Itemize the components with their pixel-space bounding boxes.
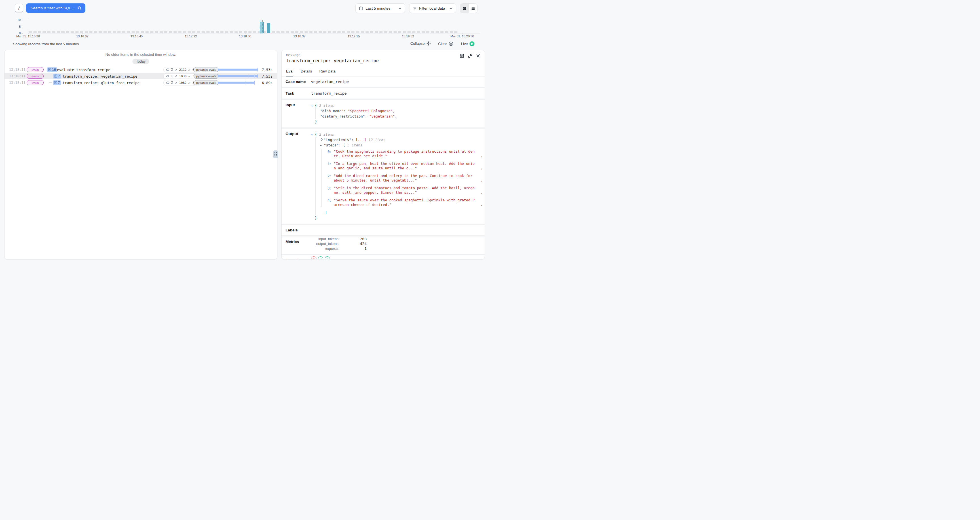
metrics-grid: input_tokens:208 output_tokens:424 reque… (311, 236, 485, 254)
trace-row[interactable]: 13:18:11 evals + 7 transform_recipe: glu… (5, 79, 277, 86)
step-item: 4Serve the sauce over the cooked spaghet… (326, 198, 482, 207)
clear-button[interactable]: Clear (438, 41, 453, 46)
token-coin-icon (166, 68, 170, 71)
collapse-chevron-icon[interactable] (311, 104, 313, 107)
detail-tabs: Eval Details Raw Data (282, 65, 485, 76)
assertion-pass-icon[interactable]: ✓ (325, 256, 330, 260)
x-axis-label: Mar 31. 13:15:30 (16, 35, 40, 38)
collapse-icon (426, 41, 431, 46)
evals-tag[interactable]: evals (27, 74, 44, 79)
duration-text: 6.89s (262, 81, 272, 85)
trace-row[interactable]: 13:18:11 evals − 16 evaluate transform_r… (5, 66, 277, 73)
y-axis-tick: 5 (3, 25, 23, 29)
detail-panel: message transform_recipe: vegetarian_rec… (281, 50, 485, 260)
tab-details[interactable]: Details (301, 69, 312, 76)
view-mode-toggle (460, 3, 477, 13)
json-entry: dietary_restrictionvegetarian, (320, 114, 482, 119)
y-axis-tick: 10 (3, 18, 23, 22)
logfire-live-view: / Search & filter with SQL... Last 5 min… (0, 0, 490, 260)
list-view-icon (471, 6, 475, 11)
x-axis-label: 13:18:00 (239, 35, 251, 38)
x-axis-label: 13:19:15 (348, 35, 360, 38)
labels-row: Labels (282, 225, 485, 236)
trace-list-panel: No older items in the selected time wind… (4, 50, 277, 260)
record-kind: message (286, 53, 480, 57)
span-title: evaluate transform_recipe (57, 67, 110, 72)
evals-tag[interactable]: evals (27, 80, 44, 85)
x-axis-label: 13:16:45 (130, 35, 143, 38)
x-axis-label: 13:18:37 (293, 35, 305, 38)
collapse-button[interactable]: Collapse (410, 41, 431, 46)
list-view-toggle[interactable] (469, 4, 477, 13)
plus-square-icon: + (54, 81, 57, 84)
trace-row-selected[interactable]: 13:18:11 evals + 7 transform_recipe: veg… (5, 73, 277, 79)
span-title: transform_recipe: gluten_free_recipe (63, 81, 140, 85)
case-name-label: Case name (282, 76, 311, 87)
input-json-tree: {2 items dish_nameSpaghetti Bolognese, d… (311, 100, 485, 127)
close-icon[interactable] (476, 54, 480, 58)
labels-label: Labels (282, 225, 311, 235)
calendar-icon (359, 6, 363, 11)
trace-rows: 13:18:11 evals − 16 evaluate transform_r… (5, 66, 277, 86)
span-title: transform_recipe: vegetarian_recipe (63, 74, 137, 78)
tree-view-toggle[interactable] (460, 4, 469, 13)
output-label: Output (282, 128, 311, 224)
tree-view-icon (463, 6, 467, 11)
step-item: 1In a large pan, heat the olive oil over… (326, 161, 482, 171)
time-range-label: Last 5 minutes (366, 6, 390, 11)
y-axis-line (28, 19, 29, 33)
slash-shortcut-keycap: / (15, 4, 23, 13)
histogram-bar[interactable] (267, 23, 270, 33)
empty-notice: No older items in the selected time wind… (5, 52, 277, 57)
x-axis-label: 13:17:22 (185, 35, 197, 38)
tab-raw-data[interactable]: Raw Data (319, 69, 336, 76)
dock-panel-icon[interactable] (460, 54, 464, 58)
output-json-tree: {2 items ingredients[...]12 items steps[… (311, 128, 485, 224)
input-row: Input {2 items dish_nameSpaghetti Bologn… (282, 100, 485, 128)
assertions-list: × ✓ ✓ (311, 255, 485, 260)
timestamp: 13:18:11 (9, 74, 25, 78)
task-label: Task (282, 88, 311, 98)
showing-records-text: Showing records from the last 5 minutes (13, 42, 79, 46)
histogram-bar[interactable] (260, 22, 264, 33)
filter-label: Filter local data (419, 6, 445, 11)
assertion-fail-icon[interactable]: × (311, 256, 317, 260)
output-row: Output {2 items ingredients[...]12 items… (282, 128, 485, 225)
task-row: Task transform_recipe (282, 88, 485, 100)
filter-local-data-dropdown[interactable]: Filter local data (409, 3, 456, 13)
step-item: 3Stir in the diced tomatoes and tomato p… (326, 185, 482, 195)
panel-resize-handle[interactable] (273, 151, 278, 159)
step-item: 0Cook the spaghetti according to package… (326, 149, 482, 159)
json-entry-ingredients: ingredients[...]12 items (320, 137, 482, 143)
expand-count-pill[interactable]: + 7 (53, 80, 61, 85)
duration-text: 7.53s (262, 74, 272, 78)
today-pill[interactable]: Today (132, 59, 149, 64)
live-toggle[interactable]: Live (461, 41, 474, 46)
metrics-row: Metrics input_tokens:208 output_tokens:4… (282, 236, 485, 255)
collapse-count-pill[interactable]: − 16 (47, 67, 57, 72)
search-input[interactable]: Search & filter with SQL... (26, 3, 85, 13)
time-range-dropdown[interactable]: Last 5 minutes (355, 3, 405, 13)
sigma-icon: Σ (171, 81, 173, 85)
duration-bar (218, 68, 258, 71)
timestamp: 13:18:11 (9, 81, 25, 85)
filter-icon (413, 6, 417, 10)
expand-count-pill[interactable]: + 7 (53, 74, 61, 78)
collapse-chevron-icon[interactable] (320, 144, 323, 146)
token-coin-icon (166, 74, 170, 78)
case-name-value: vegetarian_recipe (311, 76, 485, 87)
pydantic-evals-badge: pydantic-evals (194, 67, 219, 72)
collapse-chevron-icon[interactable] (311, 133, 313, 136)
x-axis-line (28, 33, 480, 33)
copy-link-icon[interactable] (468, 54, 473, 58)
timestamp: 13:18:11 (9, 68, 25, 72)
chevron-down-icon (398, 7, 401, 10)
tab-eval[interactable]: Eval (286, 69, 293, 76)
expand-chevron-icon[interactable] (320, 138, 323, 141)
assertion-pass-icon[interactable]: ✓ (318, 256, 323, 260)
evals-tag[interactable]: evals (27, 67, 44, 72)
duration-bar (218, 75, 258, 77)
pydantic-evals-badge: pydantic-evals (194, 80, 219, 85)
json-entry: dish_nameSpaghetti Bolognese, (320, 108, 482, 114)
plus-square-icon: + (54, 75, 57, 78)
